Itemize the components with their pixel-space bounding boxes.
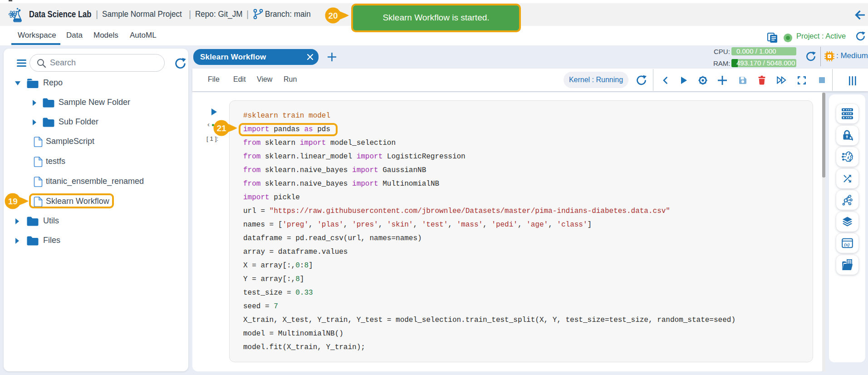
svg-text:19: 19	[8, 197, 18, 206]
svg-text:20: 20	[328, 11, 338, 20]
svg-text:(x): (x)	[844, 242, 849, 247]
svg-text:21: 21	[217, 123, 227, 133]
